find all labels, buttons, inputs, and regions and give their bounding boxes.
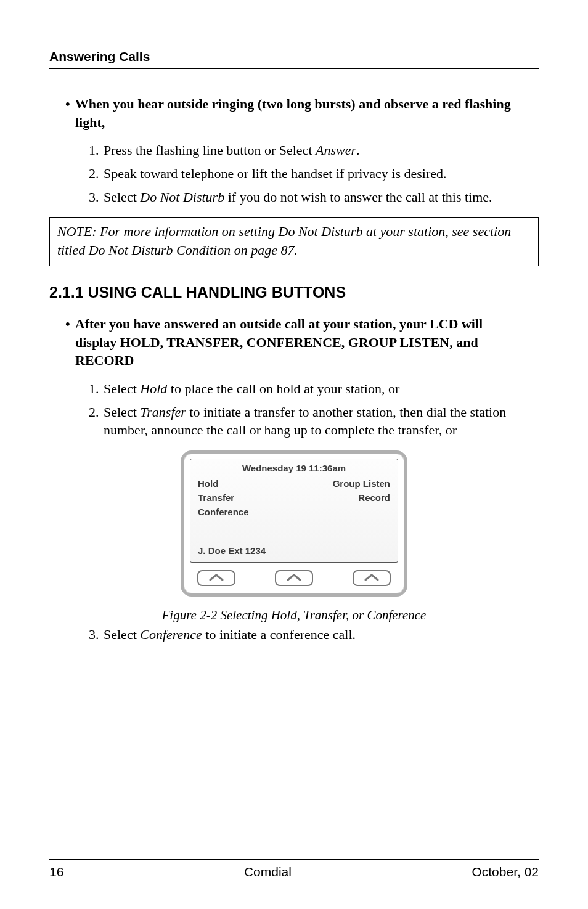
chevron-up-icon [208,570,225,586]
section-a-lead: •When you hear outside ringing (two long… [65,95,539,131]
document-page: Answering Calls •When you hear outside r… [49,49,539,644]
step-text: Select [104,404,140,420]
list-item: Select Do Not Disturb if you do not wish… [102,188,539,206]
lcd-spacer [198,521,390,542]
lcd-right: Record [358,492,390,503]
lcd-row: Transfer Record [198,492,390,503]
step-post: to initiate a conference call. [202,627,356,642]
soft-key-1[interactable] [197,570,235,586]
lcd-row: Hold Group Listen [198,478,390,489]
bullet-icon: • [65,96,75,112]
list-item: Select Hold to place the call on hold at… [102,380,539,398]
step-post: to place the call on hold at your statio… [167,381,399,396]
step-text: Select [104,627,140,642]
section-a-lead-text: When you hear outside ringing (two long … [75,96,511,130]
step-text: Press the flashing line button or Select [104,142,316,158]
step-ital: Conference [140,627,202,642]
figure-caption: Figure 2-2 Selecting Hold, Transfer, or … [49,608,539,623]
lcd-left: Transfer [198,492,234,503]
chevron-up-icon [363,570,380,586]
note-box: NOTE: For more information on setting Do… [49,217,539,266]
lcd-left: Conference [198,507,390,517]
soft-key-3[interactable] [353,570,391,586]
step-text: Select [104,381,140,396]
section-b-steps-continued: Select Conference to initiate a conferen… [102,626,539,644]
hardware-button-row [190,563,398,587]
list-item: Press the flashing line button or Select… [102,141,539,160]
footer-center: Comdial [244,865,292,879]
step-post: if you do not wish to answer the call at… [224,189,492,205]
running-head: Answering Calls [49,49,539,69]
page-footer: 16 Comdial October, 02 [49,859,539,879]
step-ital: Answer [316,142,356,158]
section-b-steps: Select Hold to place the call on hold at… [102,380,539,439]
step-post: . [356,142,360,158]
footer-right: October, 02 [472,865,539,879]
step-ital: Do Not Disturb [140,189,224,205]
chevron-up-icon [285,570,303,586]
figure-wrap: Wednesday 19 11:36am Hold Group Listen T… [49,450,539,597]
lcd-datetime: Wednesday 19 11:36am [198,463,390,473]
lcd-screen: Wednesday 19 11:36am Hold Group Listen T… [190,459,398,563]
section-b-lead-text: After you have answered an outside call … [75,316,483,368]
step-ital: Transfer [140,404,186,420]
section-a-steps: Press the flashing line button or Select… [102,141,539,206]
step-ital: Hold [140,381,167,396]
list-item: Select Transfer to initiate a transfer t… [102,403,539,439]
lcd-extension: J. Doe Ext 1234 [198,545,390,556]
subheading: 2.1.1 USING CALL HANDLING BUTTONS [49,283,539,301]
note-text: NOTE: For more information on setting Do… [57,224,511,258]
step-text: Select [104,189,140,205]
lcd-right: Group Listen [333,478,390,489]
step-text: Speak toward telephone or lift the hands… [104,166,447,181]
bullet-icon: • [65,316,75,332]
page-number: 16 [49,865,63,879]
list-item: Speak toward telephone or lift the hands… [102,165,539,183]
section-b-lead: •After you have answered an outside call… [65,315,523,370]
lcd-left: Hold [198,478,218,489]
phone-lcd-panel: Wednesday 19 11:36am Hold Group Listen T… [181,450,407,597]
soft-key-2[interactable] [275,570,313,586]
list-item: Select Conference to initiate a conferen… [102,626,539,644]
